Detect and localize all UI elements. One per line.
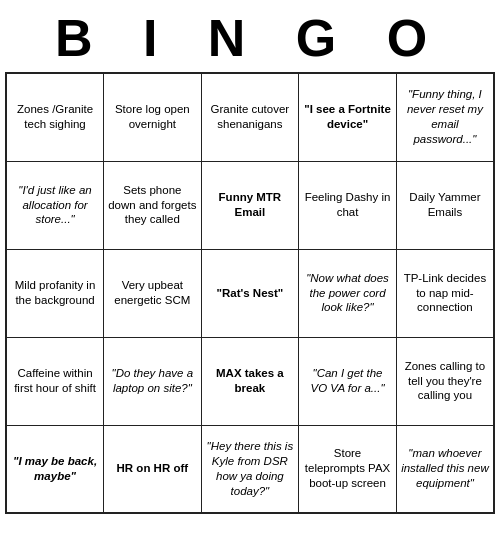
cell-r1-c0: "I'd just like an allocation for store..… <box>6 161 104 249</box>
cell-r3-c1: "Do they have a laptop on site?" <box>104 337 201 425</box>
cell-r2-c4: TP-Link decides to nap mid-connection <box>396 249 494 337</box>
cell-r0-c4: "Funny thing, I never reset my email pas… <box>396 73 494 161</box>
cell-r4-c4: "man whoever installed this new equipmen… <box>396 425 494 513</box>
cell-r3-c4: Zones calling to tell you they're callin… <box>396 337 494 425</box>
cell-r1-c1: Sets phone down and forgets they called <box>104 161 201 249</box>
cell-r0-c2: Granite cutover shenanigans <box>201 73 299 161</box>
cell-r2-c3: "Now what does the power cord look like?… <box>299 249 397 337</box>
cell-r3-c3: "Can I get the VO VA for a..." <box>299 337 397 425</box>
cell-r2-c1: Very upbeat energetic SCM <box>104 249 201 337</box>
cell-r2-c0: Mild profanity in the background <box>6 249 104 337</box>
cell-r2-c2: "Rat's Nest" <box>201 249 299 337</box>
cell-r4-c3: Store teleprompts PAX boot-up screen <box>299 425 397 513</box>
cell-r1-c2: Funny MTR Email <box>201 161 299 249</box>
cell-r4-c1: HR on HR off <box>104 425 201 513</box>
bingo-title: B I N G O <box>0 0 500 72</box>
cell-r1-c3: Feeling Dashy in chat <box>299 161 397 249</box>
cell-r1-c4: Daily Yammer Emails <box>396 161 494 249</box>
bingo-grid: Zones /Granite tech sighingStore log ope… <box>5 72 495 514</box>
cell-r4-c2: "Hey there this is Kyle from DSR how ya … <box>201 425 299 513</box>
cell-r4-c0: "I may be back, maybe" <box>6 425 104 513</box>
cell-r3-c2: MAX takes a break <box>201 337 299 425</box>
cell-r0-c1: Store log open overnight <box>104 73 201 161</box>
cell-r0-c0: Zones /Granite tech sighing <box>6 73 104 161</box>
cell-r0-c3: "I see a Fortnite device" <box>299 73 397 161</box>
cell-r3-c0: Caffeine within first hour of shift <box>6 337 104 425</box>
